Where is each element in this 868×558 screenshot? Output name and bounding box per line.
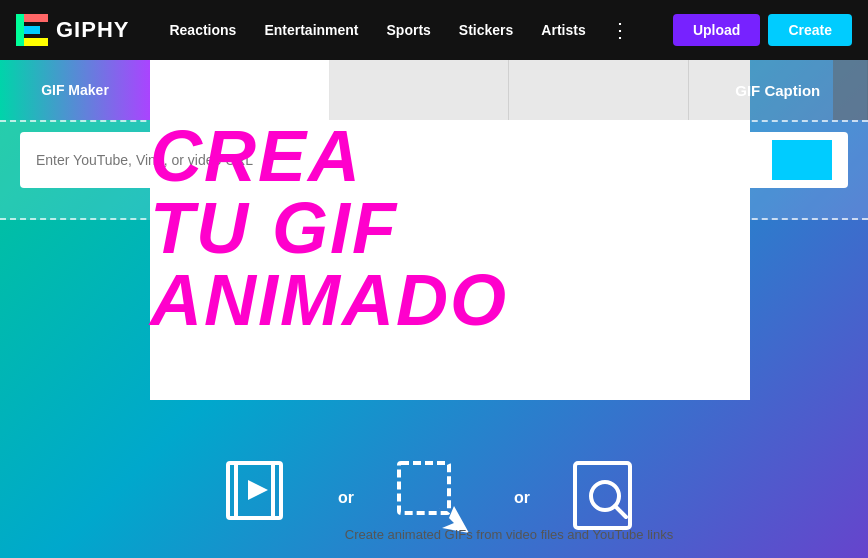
giphy-logo-icon (16, 14, 48, 46)
video-icon-block (218, 458, 298, 538)
nav-links: Reactions Entertainment Sports Stickers … (157, 14, 664, 46)
bottom-icons: or or (0, 458, 868, 538)
tab-gif-maker[interactable] (150, 60, 330, 120)
url-input-container (20, 132, 848, 188)
svg-rect-3 (24, 38, 48, 46)
or-text-1: or (338, 489, 354, 507)
url-submit-button[interactable] (772, 140, 832, 180)
nav-artists[interactable]: Artists (529, 14, 597, 46)
select-area-icon (394, 458, 474, 538)
more-menu-icon[interactable]: ⋮ (602, 14, 638, 46)
left-panel: GIF Maker (0, 60, 150, 120)
navbar: GIPHY Reactions Entertainment Sports Sti… (0, 0, 868, 60)
gif-caption-label: GIF Caption (735, 82, 820, 99)
svg-rect-2 (24, 26, 40, 34)
video-file-icon (218, 458, 298, 538)
svg-rect-0 (16, 14, 24, 46)
nav-stickers[interactable]: Stickers (447, 14, 525, 46)
tool-tabs: GIF Caption (150, 60, 868, 120)
search-icon-block (570, 458, 650, 538)
card-subtitle: Create animated GIFs from video files an… (150, 527, 868, 542)
tab-placeholder1[interactable] (330, 60, 510, 120)
right-edge-panel (833, 60, 868, 120)
giphy-logo-text: GIPHY (56, 17, 129, 43)
or-text-2: or (514, 489, 530, 507)
gif-search-icon (570, 458, 650, 538)
create-button[interactable]: Create (768, 14, 852, 46)
svg-line-11 (615, 506, 626, 517)
select-icon-block (394, 458, 474, 538)
svg-rect-9 (575, 463, 630, 528)
tab-placeholder2[interactable] (509, 60, 689, 120)
svg-rect-1 (24, 14, 48, 22)
main-content: GIF Maker GIF Caption CREA TU GIF ANIMAD… (0, 60, 868, 558)
nav-sports[interactable]: Sports (375, 14, 443, 46)
nav-entertainment[interactable]: Entertainment (252, 14, 370, 46)
nav-reactions[interactable]: Reactions (157, 14, 248, 46)
nav-actions: Upload Create (673, 14, 852, 46)
url-input[interactable] (36, 152, 772, 168)
upload-button[interactable]: Upload (673, 14, 760, 46)
gif-maker-tab-label[interactable]: GIF Maker (41, 82, 109, 98)
svg-rect-7 (399, 463, 449, 513)
svg-marker-6 (248, 480, 268, 500)
logo-area: GIPHY (16, 14, 129, 46)
